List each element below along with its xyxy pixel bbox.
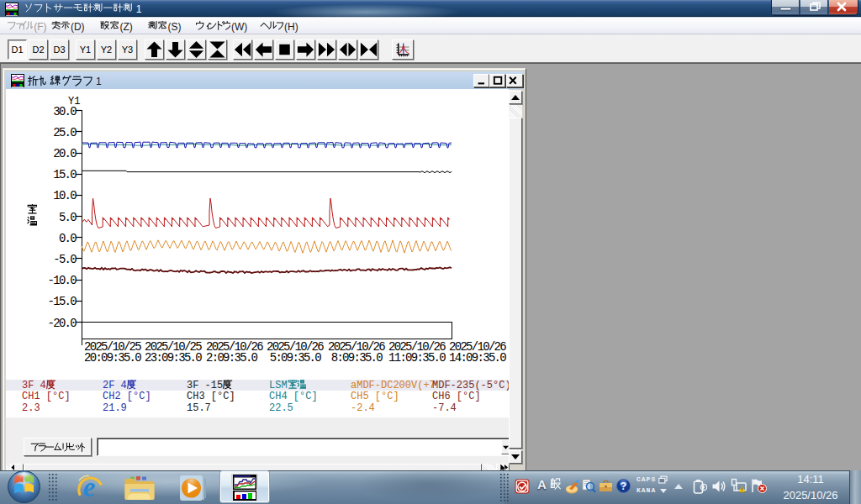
svg-text:?: ?: [621, 480, 626, 492]
